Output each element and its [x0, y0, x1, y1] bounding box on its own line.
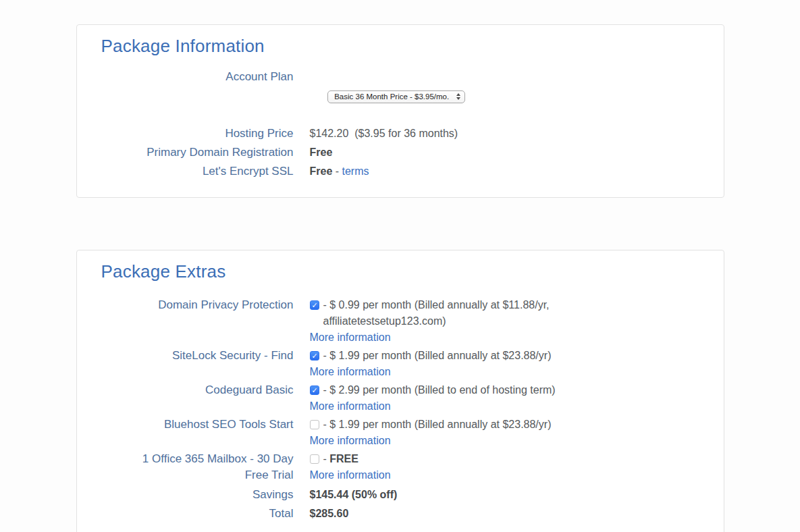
package-extras-title: Package Extras	[101, 261, 699, 282]
total-row: Total $285.60	[101, 504, 699, 523]
primary-domain-row: Primary Domain Registration Free	[101, 143, 699, 162]
extra-price-text: - $ 2.99 per month (Billed to end of hos…	[323, 382, 556, 398]
hosting-price-label: Hosting Price	[101, 124, 294, 143]
package-information-card: Package Information Account Plan Basic 3…	[76, 24, 724, 198]
extra-value: - FREE More information	[310, 451, 391, 483]
extra-price-text: - $ 0.99 per month (Billed annually at $…	[323, 297, 600, 329]
total-label: Total	[101, 504, 294, 523]
package-information-title: Package Information	[101, 36, 699, 57]
ssl-free-text: Free	[310, 165, 333, 177]
domain-privacy-more-info-link[interactable]: More information	[310, 329, 600, 346]
account-plan-row: Account Plan Basic 36 Month Price - $3.9…	[101, 68, 699, 124]
account-plan-label: Account Plan	[101, 68, 294, 86]
account-plan-value: Basic 36 Month Price - $3.95/mo.	[310, 68, 466, 124]
extra-label: 1 Office 365 Mailbox - 30 Day Free Trial	[101, 451, 294, 483]
extra-value: - $ 0.99 per month (Billed annually at $…	[310, 297, 600, 346]
sitelock-checkbox[interactable]	[310, 351, 319, 361]
extra-price-text: - $ 1.99 per month (Billed annually at $…	[323, 417, 552, 433]
package-extras-card: Package Extras Domain Privacy Protection…	[76, 250, 724, 532]
extra-label: Bluehost SEO Tools Start	[101, 417, 294, 433]
extra-price-text: - $ 1.99 per month (Billed annually at $…	[323, 348, 552, 364]
hosting-price-value: $142.20 ($3.95 for 36 months)	[310, 124, 458, 143]
ssl-row: Let's Encrypt SSL Free - terms	[101, 162, 699, 181]
domain-privacy-checkbox[interactable]	[310, 300, 319, 310]
seo-tools-more-info-link[interactable]: More information	[310, 433, 552, 449]
ssl-separator: -	[332, 165, 342, 177]
savings-label: Savings	[101, 485, 294, 504]
account-plan-select[interactable]: Basic 36 Month Price - $3.95/mo.	[327, 90, 465, 103]
office365-checkbox[interactable]	[310, 454, 319, 464]
seo-tools-checkbox[interactable]	[310, 420, 319, 429]
extra-label: SiteLock Security - Find	[101, 348, 294, 364]
sitelock-more-info-link[interactable]: More information	[310, 364, 552, 380]
ssl-label: Let's Encrypt SSL	[101, 162, 294, 181]
extra-value: - $ 2.99 per month (Billed to end of hos…	[310, 382, 556, 415]
extra-price-text: - FREE	[323, 451, 358, 467]
office365-more-info-link[interactable]: More information	[310, 467, 391, 483]
codeguard-more-info-link[interactable]: More information	[310, 398, 556, 415]
extra-row-sitelock: SiteLock Security - Find - $ 1.99 per mo…	[101, 348, 699, 380]
ssl-terms-link[interactable]: terms	[342, 165, 369, 177]
extra-row-seo-tools: Bluehost SEO Tools Start - $ 1.99 per mo…	[101, 417, 699, 449]
extra-row-domain-privacy: Domain Privacy Protection - $ 0.99 per m…	[101, 297, 699, 346]
ssl-value: Free - terms	[310, 162, 369, 181]
office365-free-text: FREE	[329, 453, 358, 464]
primary-domain-value: Free	[310, 143, 333, 162]
account-plan-select-value: Basic 36 Month Price - $3.95/mo.	[334, 91, 449, 103]
extra-label: Codeguard Basic	[101, 382, 294, 398]
savings-value: $145.44 (50% off)	[310, 485, 398, 504]
extra-row-codeguard: Codeguard Basic - $ 2.99 per month (Bill…	[101, 382, 699, 415]
savings-row: Savings $145.44 (50% off)	[101, 485, 699, 504]
select-stepper-icon	[456, 93, 460, 100]
extra-row-office365: 1 Office 365 Mailbox - 30 Day Free Trial…	[101, 451, 699, 483]
hosting-price-row: Hosting Price $142.20 ($3.95 for 36 mont…	[101, 124, 699, 143]
extra-value: - $ 1.99 per month (Billed annually at $…	[310, 348, 552, 380]
extra-label: Domain Privacy Protection	[101, 297, 294, 313]
extra-value: - $ 1.99 per month (Billed annually at $…	[310, 417, 552, 449]
total-value: $285.60	[310, 504, 349, 523]
codeguard-checkbox[interactable]	[310, 385, 319, 395]
primary-domain-label: Primary Domain Registration	[101, 143, 294, 162]
